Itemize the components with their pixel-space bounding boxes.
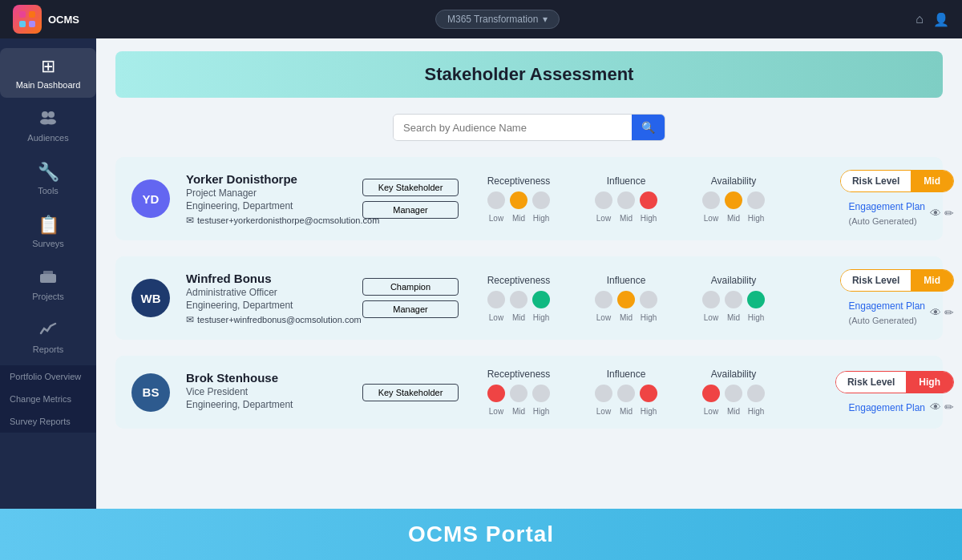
metric-label: Mid [725, 313, 742, 322]
metric-dot [747, 291, 765, 308]
sidebar-item-main-dashboard[interactable]: ⊞ Main Dashboard [0, 48, 96, 98]
receptiveness-group: Receptiveness LowMidHigh [475, 175, 563, 223]
stakeholder-info: Brok Stenhouse Vice President Engineerin… [186, 371, 346, 413]
project-selector[interactable]: M365 Transformation ▾ [435, 10, 560, 29]
sidebar-item-projects[interactable]: Projects [0, 260, 96, 309]
metric-dot [617, 385, 635, 402]
stakeholder-tag[interactable]: Manager [362, 201, 459, 219]
edit-icon[interactable]: ✏ [944, 401, 954, 413]
availability-label: Availability [711, 175, 756, 187]
sidebar-item-tools[interactable]: 🔧 Tools [0, 154, 96, 203]
metric-dot [487, 191, 505, 209]
view-icon[interactable]: 👁 [930, 207, 941, 220]
topbar: OCMS M365 Transformation ▾ ⌂ 👤 [0, 0, 962, 38]
engagement-plan-label: Engagement Plan [849, 300, 925, 312]
view-icon[interactable]: 👁 [930, 401, 941, 413]
metric-dot [725, 291, 742, 308]
svg-point-5 [48, 111, 55, 118]
metric-label: High [747, 313, 765, 322]
risk-value-button[interactable]: Mid [911, 270, 953, 291]
metrics-section: Receptiveness LowMidHigh Influence LowMi… [475, 369, 778, 416]
metric-dot [532, 191, 550, 209]
risk-row: Risk Level Mid [840, 269, 954, 292]
stakeholder-avatar: BS [131, 373, 170, 412]
stakeholder-name: Yorker Donisthorpe [186, 172, 346, 186]
logo-area: OCMS [13, 5, 79, 34]
risk-section: Risk Level Mid Engagement Plan (Auto Gen… [794, 170, 954, 228]
sidebar-item-surveys[interactable]: 📋 Surveys [0, 207, 96, 256]
influence-group: Influence LowMidHigh [582, 369, 670, 416]
page-title-banner: Stakeholder Assessment [115, 51, 943, 98]
metric-label: High [532, 214, 550, 223]
sidebar-item-reports[interactable]: Reports [0, 312, 96, 362]
metric-label: Mid [617, 214, 635, 223]
metric-dot [725, 385, 742, 402]
engagement-plan-text: Engagement Plan (Auto Generated) [849, 199, 925, 228]
metric-dot [640, 385, 657, 402]
metric-dot [532, 385, 550, 402]
stakeholder-tag[interactable]: Key Stakeholder [362, 384, 459, 401]
receptiveness-label: Receptiveness [487, 369, 551, 380]
metric-label: Mid [617, 313, 635, 322]
engagement-plan-row: Engagement Plan (Auto Generated) 👁 ✏ [849, 199, 954, 228]
metric-dot [747, 385, 765, 402]
bottom-banner-text: OCMS Portal [408, 522, 554, 547]
logo-icon [13, 5, 42, 34]
metric-label: Mid [617, 407, 635, 416]
audiences-icon [38, 109, 58, 130]
stakeholder-tag[interactable]: Key Stakeholder [362, 179, 459, 196]
influence-label: Influence [607, 369, 646, 380]
metric-dot [595, 385, 612, 402]
engagement-plan-sub: (Auto Generated) [849, 216, 917, 226]
sidebar-item-survey-reports[interactable]: Survey Reports [0, 410, 96, 433]
metric-dot [640, 191, 657, 209]
stakeholder-name: Brok Stenhouse [186, 371, 346, 385]
engagement-icons: 👁 ✏ [930, 207, 954, 220]
risk-value-button[interactable]: High [906, 372, 953, 393]
availability-label: Availability [711, 369, 756, 380]
user-icon[interactable]: 👤 [933, 12, 949, 27]
engagement-icons: 👁 ✏ [930, 306, 954, 319]
engagement-plan-text: Engagement Plan [849, 400, 925, 414]
sidebar-label-reports: Reports [33, 344, 64, 354]
risk-section: Risk Level Mid Engagement Plan (Auto Gen… [794, 269, 954, 327]
metric-dot [510, 191, 527, 209]
edit-icon[interactable]: ✏ [944, 306, 954, 319]
stakeholder-tag[interactable]: Manager [362, 300, 459, 318]
risk-level-button[interactable]: Risk Level [841, 171, 911, 191]
metric-label: Mid [510, 407, 527, 416]
search-button[interactable]: 🔍 [632, 115, 665, 140]
stakeholder-list: YD Yorker Donisthorpe Project Manager En… [115, 157, 943, 429]
engagement-plan-text: Engagement Plan (Auto Generated) [849, 298, 925, 327]
stakeholder-tag[interactable]: Champion [362, 278, 459, 296]
receptiveness-label: Receptiveness [487, 175, 551, 187]
sidebar-item-change-metrics[interactable]: Change Metrics [0, 388, 96, 410]
metric-dot [510, 291, 527, 308]
metric-dot [617, 291, 635, 308]
sidebar-item-portfolio-overview[interactable]: Portfolio Overview [0, 365, 96, 388]
risk-value-button[interactable]: Mid [911, 171, 953, 191]
metric-dot [487, 385, 505, 402]
metric-label: Low [702, 214, 720, 223]
search-input[interactable] [394, 115, 632, 140]
influence-group: Influence LowMidHigh [582, 275, 670, 322]
metric-label: High [532, 407, 550, 416]
risk-level-button[interactable]: Risk Level [841, 270, 911, 291]
metric-label: High [532, 313, 550, 322]
stakeholder-role: Project Manager [186, 187, 346, 199]
sidebar-label-tools: Tools [38, 186, 59, 195]
stakeholder-tags: ChampionManager [362, 278, 459, 318]
sidebar-label-surveys: Surveys [32, 239, 64, 248]
stakeholder-avatar: YD [131, 179, 170, 218]
home-icon[interactable]: ⌂ [916, 12, 924, 26]
risk-level-button[interactable]: Risk Level [836, 372, 906, 393]
view-icon[interactable]: 👁 [930, 306, 941, 319]
metric-label: Low [487, 313, 505, 322]
stakeholder-email-row: ✉testuser+winfredbonus@ocmsolution.com [186, 314, 346, 325]
edit-icon[interactable]: ✏ [944, 207, 954, 220]
metric-label: High [640, 313, 657, 322]
engagement-plan-row: Engagement Plan 👁 ✏ [849, 400, 954, 414]
sidebar-item-audiences[interactable]: Audiences [0, 101, 96, 151]
metrics-section: Receptiveness LowMidHigh Influence LowMi… [475, 275, 778, 322]
topbar-right: ⌂ 👤 [916, 12, 949, 27]
